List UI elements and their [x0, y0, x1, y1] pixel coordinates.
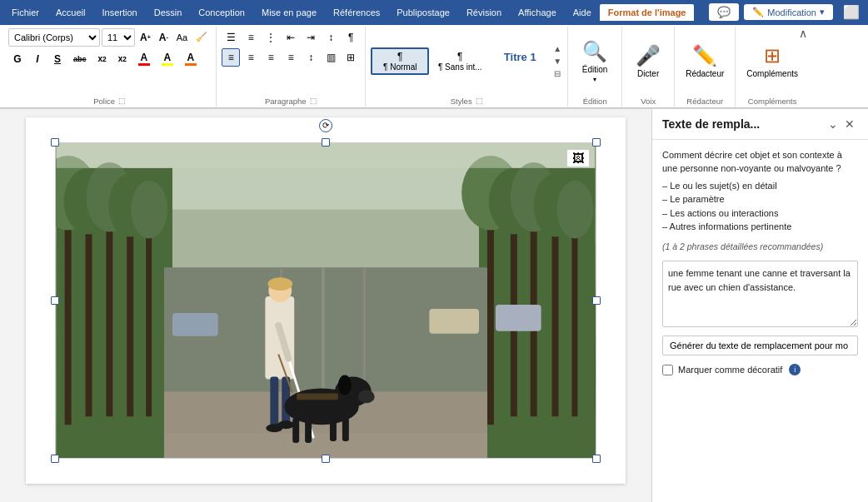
tab-accueil[interactable]: Accueil [47, 4, 93, 21]
edition-group: 🔍 Édition ▾ Édition [568, 27, 622, 107]
subscript-button[interactable]: x2 [93, 50, 112, 68]
align-left-button[interactable]: ≡ [222, 48, 240, 67]
style-titre1[interactable]: Titre 1 [491, 47, 549, 75]
svg-point-23 [557, 180, 594, 238]
increase-indent-button[interactable]: ⇥ [302, 28, 320, 47]
alt-text-area[interactable] [662, 261, 858, 327]
strikethrough-button[interactable]: abc [68, 50, 92, 68]
handle-top-right[interactable] [592, 138, 601, 147]
handle-bottom-left[interactable] [51, 455, 59, 463]
police-expander[interactable]: ⬚ [118, 97, 126, 105]
svg-rect-43 [292, 418, 299, 443]
share-icon: ⬜ [843, 5, 860, 19]
tab-insertion[interactable]: Insertion [93, 4, 145, 21]
svg-rect-33 [270, 376, 278, 426]
decrease-font-button[interactable]: A- [156, 28, 172, 47]
ribbon-content: Calibri (Corps) 11 A+ A- Aa 🧹 [0, 25, 868, 108]
handle-bottom-right[interactable] [592, 455, 601, 463]
font-row-1: Calibri (Corps) 11 A+ A- Aa 🧹 [8, 28, 211, 47]
bold-button[interactable]: G [8, 50, 27, 68]
font-color-btn[interactable]: A [133, 50, 155, 68]
svg-point-42 [358, 390, 375, 403]
style-normal[interactable]: ¶ ¶ Normal [371, 47, 429, 75]
change-case-button[interactable]: Aa [173, 28, 191, 47]
highlight-color-btn[interactable]: A [157, 50, 178, 68]
sort-button[interactable]: ↕ [322, 28, 340, 47]
edition-button[interactable]: 🔍 Édition ▾ [574, 28, 616, 95]
styles-scroll-up[interactable]: ▲ [552, 43, 562, 54]
bullet-list-button[interactable]: ☰ [222, 28, 240, 47]
numbered-list-button[interactable]: ≡ [242, 28, 260, 47]
handle-top-left[interactable] [51, 138, 59, 147]
para-row-1: ☰ ≡ ⋮ ⇤ ⇥ ↕ ¶ [222, 28, 360, 47]
font-size-select[interactable]: 11 [102, 28, 135, 47]
font-row-2: G I S abc x2 x2 A A [8, 50, 202, 68]
decorative-checkbox[interactable] [662, 365, 673, 375]
dicter-button[interactable]: 🎤 Dicter [627, 28, 669, 95]
styles-expand[interactable]: ⊟ [553, 68, 561, 79]
collapse-ribbon-button[interactable]: ∧ [799, 27, 807, 40]
styles-scroll-down[interactable]: ▼ [552, 56, 562, 67]
tab-affichage[interactable]: Affichage [510, 4, 565, 21]
show-marks-button[interactable]: ¶ [342, 28, 360, 47]
italic-button[interactable]: I [28, 50, 47, 68]
superscript-button[interactable]: x2 [113, 50, 132, 68]
tab-mise-en-page[interactable]: Mise en page [253, 4, 325, 21]
underline-button[interactable]: S [48, 50, 67, 68]
right-panel: Texte de rempla... ⌄ ✕ Comment décrire c… [651, 109, 868, 502]
handle-middle-right[interactable] [592, 296, 601, 305]
complements-group-label: Compléments [748, 95, 797, 107]
bullet-3: – Les actions ou interactions [662, 206, 858, 221]
comment-button[interactable]: 💬 [709, 3, 739, 21]
edition-label-text: Édition [583, 97, 607, 106]
decrease-indent-button[interactable]: ⇤ [282, 28, 300, 47]
line-spacing-button[interactable]: ↕ [302, 48, 320, 67]
tab-dessin[interactable]: Dessin [146, 4, 191, 21]
styles-expander[interactable]: ⬚ [476, 97, 483, 105]
tab-format-image[interactable]: Format de l'image [600, 4, 695, 21]
police-group-content: Calibri (Corps) 11 A+ A- Aa 🧹 [8, 28, 211, 95]
handle-rotate[interactable]: ⟳ [319, 119, 332, 132]
handle-middle-left[interactable] [51, 296, 59, 305]
para-row-2: ≡ ≡ ≡ ≡ ↕ ▥ ⊞ [222, 48, 360, 67]
align-center-button[interactable]: ≡ [242, 48, 260, 67]
highlight-label: A [164, 52, 172, 63]
tab-revision[interactable]: Révision [458, 4, 510, 21]
paragraphe-expander[interactable]: ⬚ [310, 97, 317, 105]
image-container[interactable]: ⟳ 🖼 [55, 142, 596, 459]
modification-button[interactable]: ✏️ Modification ▾ [744, 4, 833, 20]
multi-level-list-button[interactable]: ⋮ [262, 28, 280, 47]
increase-font-button[interactable]: A+ [137, 28, 154, 47]
handle-bottom-center[interactable] [322, 455, 330, 463]
image-placeholder [55, 142, 596, 459]
ribbon: Calibri (Corps) 11 A+ A- Aa 🧹 [0, 25, 868, 109]
generate-button[interactable]: Générer du texte de remplacement pour mo [662, 335, 858, 355]
shading-button[interactable]: ▥ [322, 48, 340, 67]
panel-bullets: – Le ou les sujet(s) en détail – Le para… [662, 179, 858, 234]
panel-close-button[interactable]: ✕ [841, 116, 858, 132]
tab-bar-right: 💬 ✏️ Modification ▾ ⬜ [709, 2, 865, 22]
complements-button[interactable]: ⊞ Compléments [741, 28, 804, 95]
image-layout-badge[interactable]: 🖼 [566, 149, 590, 167]
font-color-bar [138, 63, 150, 66]
panel-collapse-button[interactable]: ⌄ [825, 116, 841, 132]
tab-references[interactable]: Références [325, 4, 388, 21]
panel-body: Comment décrire cet objet et son context… [652, 140, 868, 502]
text-shade-btn[interactable]: A [180, 50, 202, 68]
border-button[interactable]: ⊞ [342, 48, 360, 67]
pencil-icon: ✏️ [752, 7, 764, 17]
font-family-select[interactable]: Calibri (Corps) [8, 28, 100, 47]
style-sans-int[interactable]: ¶ ¶ Sans int... [431, 47, 489, 75]
handle-top-center[interactable] [322, 138, 330, 147]
tab-fichier[interactable]: Fichier [3, 4, 47, 21]
clear-format-button[interactable]: 🧹 [192, 28, 211, 47]
info-icon[interactable]: i [789, 364, 801, 375]
redacteur-button[interactable]: ✏️ Rédacteur [680, 28, 730, 95]
decorative-label[interactable]: Marquer comme décoratif [678, 365, 782, 375]
justify-button[interactable]: ≡ [282, 48, 300, 67]
share-button[interactable]: ⬜ [838, 2, 865, 22]
tab-aide[interactable]: Aide [565, 4, 600, 21]
tab-publipostage[interactable]: Publipostage [388, 4, 458, 21]
align-right-button[interactable]: ≡ [262, 48, 280, 67]
tab-conception[interactable]: Conception [190, 4, 253, 21]
